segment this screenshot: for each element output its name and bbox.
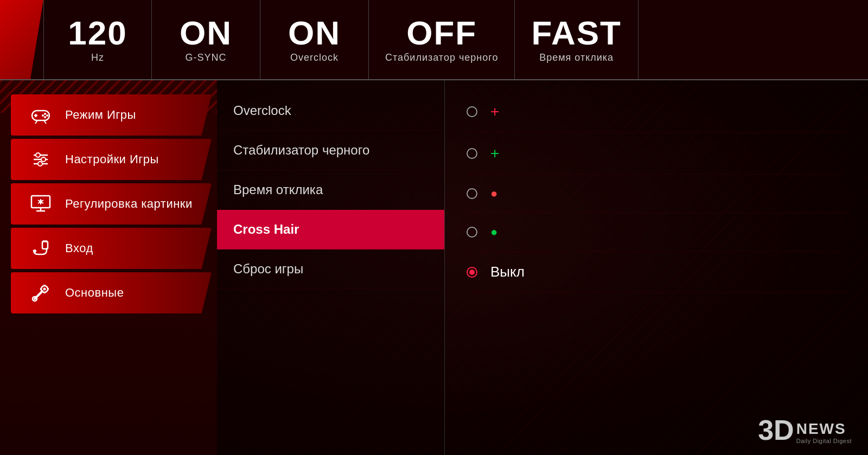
overclock-value: ON <box>288 16 341 50</box>
logo-news-text: NEWS <box>796 420 852 438</box>
svg-point-4 <box>46 114 48 117</box>
svg-rect-29 <box>43 285 46 286</box>
sidebar-item-main[interactable]: Основные <box>11 272 212 313</box>
option-row-5[interactable]: Выкл <box>467 252 846 293</box>
top-bar-accent <box>0 0 43 79</box>
option-value-5: Выкл <box>490 264 525 280</box>
svg-point-14 <box>38 162 42 166</box>
option-radio-4[interactable] <box>467 227 477 238</box>
svg-point-13 <box>41 157 46 162</box>
top-bar-response: FAST Время отклика <box>515 0 638 79</box>
option-row-3[interactable]: ● <box>467 175 846 213</box>
top-bar-items: 120 Hz ON G-SYNC ON Overclock OFF Стабил… <box>43 0 868 79</box>
svg-rect-22 <box>42 241 48 249</box>
option-radio-5[interactable] <box>467 267 477 278</box>
sidebar-label-game-mode: Режим Игры <box>65 108 136 122</box>
option-row-1[interactable]: + <box>467 91 846 133</box>
logo-container: 3D NEWS Daily Digital Digest <box>758 416 852 444</box>
sidebar-item-input[interactable]: Вход <box>11 228 212 269</box>
svg-point-6 <box>44 116 46 118</box>
submenu-reset-game[interactable]: Сброс игры <box>217 249 444 289</box>
logo-3d: 3D NEWS Daily Digital Digest <box>758 416 852 444</box>
svg-point-25 <box>33 249 36 253</box>
black-stab-label: Стабилизатор черного <box>385 52 498 63</box>
top-bar-overclock: ON Overclock <box>260 0 369 79</box>
submenu-overclock[interactable]: Overclock <box>217 91 444 131</box>
option-value-1: + <box>490 103 499 120</box>
response-label: Время отклика <box>539 52 614 63</box>
submenu-response-time[interactable]: Время отклика <box>217 170 444 210</box>
submenu: Overclock Стабилизатор черного Время отк… <box>217 80 445 455</box>
svg-rect-32 <box>47 288 49 290</box>
gamepad-icon <box>27 104 54 126</box>
svg-point-5 <box>42 114 44 117</box>
options-panel: + + ● ● Выкл <box>445 80 868 455</box>
hz-label: Hz <box>91 52 104 63</box>
sidebar-label-main: Основные <box>65 286 124 300</box>
sidebar: Режим Игры Настройки Игры <box>0 80 217 455</box>
svg-point-21 <box>39 200 42 203</box>
sidebar-item-game-settings[interactable]: Настройки Игры <box>11 139 212 180</box>
option-radio-2[interactable] <box>467 148 477 159</box>
top-bar-black-stab: OFF Стабилизатор черного <box>369 0 515 79</box>
option-row-4[interactable]: ● <box>467 213 846 252</box>
gsync-value: ON <box>180 16 232 50</box>
logo-news-block: NEWS Daily Digital Digest <box>796 420 852 444</box>
sidebar-item-game-mode[interactable]: Режим Игры <box>11 94 212 136</box>
option-radio-1[interactable] <box>467 106 477 117</box>
svg-rect-31 <box>40 288 42 290</box>
option-value-4: ● <box>490 225 497 239</box>
sidebar-label-picture: Регулировка картинки <box>65 197 193 211</box>
black-stab-value: OFF <box>406 16 477 50</box>
option-radio-3[interactable] <box>467 188 477 199</box>
option-row-2[interactable]: + <box>467 133 846 175</box>
option-value-3: ● <box>490 187 497 201</box>
logo-subtitle: Daily Digital Digest <box>796 438 852 444</box>
overclock-label: Overclock <box>290 52 339 63</box>
sidebar-item-picture[interactable]: Регулировка картинки <box>11 183 212 225</box>
svg-point-28 <box>43 288 46 291</box>
top-bar-gsync: ON G-SYNC <box>152 0 260 79</box>
submenu-black-stab[interactable]: Стабилизатор черного <box>217 131 444 170</box>
wrench-icon <box>27 282 54 304</box>
option-value-2: + <box>490 145 499 162</box>
hz-value: 120 <box>68 16 127 50</box>
sliders-icon <box>27 149 54 170</box>
sidebar-label-input: Вход <box>65 241 93 255</box>
top-bar-hz: 120 Hz <box>43 0 152 79</box>
top-bar: 120 Hz ON G-SYNC ON Overclock OFF Стабил… <box>0 0 868 80</box>
sidebar-label-game-settings: Настройки Игры <box>65 152 159 166</box>
main-content: Режим Игры Настройки Игры <box>0 80 868 455</box>
logo-3d-text: 3D <box>758 416 794 444</box>
svg-point-3 <box>44 113 46 115</box>
gsync-label: G-SYNC <box>185 52 226 63</box>
plug-icon <box>27 238 54 259</box>
response-value: FAST <box>531 16 621 50</box>
submenu-crosshair[interactable]: Cross Hair <box>217 210 444 249</box>
svg-point-12 <box>36 153 40 157</box>
svg-rect-30 <box>43 292 46 293</box>
monitor-icon <box>27 193 54 215</box>
